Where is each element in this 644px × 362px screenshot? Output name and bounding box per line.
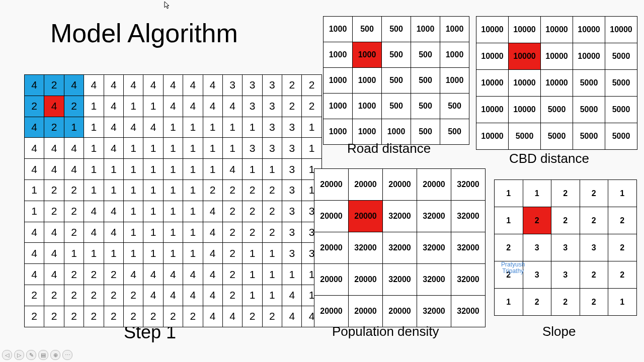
grid-cell: 2 <box>84 306 104 327</box>
grid-cell: 4 <box>203 285 222 306</box>
grid-cell: 4 <box>163 285 183 306</box>
grid-cell: 4 <box>183 264 203 285</box>
grid-cell: 2 <box>163 306 183 327</box>
grid-cell: 4 <box>143 75 163 96</box>
grid-cell: 1 <box>163 117 183 138</box>
grid-cell: 1 <box>243 264 262 285</box>
zoom-button[interactable]: ⊕ <box>50 350 60 360</box>
grid-cell: 20000 <box>383 296 417 327</box>
grid-cell: 1 <box>84 243 104 264</box>
grid-cell: 2 <box>104 285 123 306</box>
grid-cell: 2 <box>243 222 262 243</box>
grid-cell: 1 <box>262 285 282 306</box>
grid-cell: 2 <box>222 285 242 306</box>
grid-cell: 2 <box>608 234 637 261</box>
grid-cell: 4 <box>222 159 242 180</box>
grid-cell: 2 <box>580 180 608 207</box>
grid-cell: 5000 <box>605 123 637 150</box>
grid-cell: 2 <box>44 201 64 222</box>
grid-cell: 1 <box>163 159 183 180</box>
grid-cell: 4 <box>25 159 44 180</box>
pen-tool-button[interactable]: ✎ <box>26 350 36 360</box>
cbd-distance-grid: 1000010000100001000010000100001000010000… <box>476 16 637 150</box>
grid-cell: 1 <box>25 201 44 222</box>
grid-cell: 20000 <box>314 232 349 264</box>
grid-cell: 32000 <box>349 232 383 264</box>
grid-cell: 4 <box>203 222 222 243</box>
grid-cell: 4 <box>183 96 203 117</box>
grid-cell: 3 <box>282 201 302 222</box>
grid-cell: 2 <box>282 96 302 117</box>
grid-cell: 2 <box>608 207 637 234</box>
grid-cell: 4 <box>25 138 44 159</box>
grid-cell: 1 <box>123 243 143 264</box>
grid-cell: 1 <box>84 138 104 159</box>
grid-cell: 1 <box>163 179 183 201</box>
grid-cell: 2 <box>495 261 523 289</box>
grid-cell: 4 <box>203 243 222 264</box>
grid-cell: 1 <box>262 243 282 264</box>
grid-cell: 1 <box>243 243 262 264</box>
grid-cell: 2 <box>262 201 282 222</box>
grid-cell: 5000 <box>509 123 541 150</box>
grid-cell: 1 <box>282 264 302 285</box>
grid-cell: 2 <box>222 222 242 243</box>
grid-cell: 1 <box>183 222 203 243</box>
grid-cell: 500 <box>353 17 382 42</box>
grid-cell: 1 <box>183 243 203 264</box>
grid-cell: 10000 <box>509 97 541 123</box>
grid-cell: 1 <box>84 179 104 201</box>
grid-cell: 10000 <box>509 43 541 70</box>
more-button[interactable]: ⋯ <box>62 350 72 360</box>
prev-slide-button[interactable]: ◁ <box>2 350 12 360</box>
grid-cell: 4 <box>104 117 123 138</box>
grid-cell: 5000 <box>605 70 637 97</box>
grid-cell: 4 <box>25 117 44 138</box>
grid-cell: 1 <box>183 179 203 201</box>
population-density-caption: Population density <box>332 324 439 339</box>
grid-cell: 1 <box>163 243 183 264</box>
grid-cell: 2 <box>222 201 242 222</box>
grid-cell: 1 <box>495 180 523 207</box>
grid-cell: 500 <box>440 94 469 119</box>
next-slide-button[interactable]: ▷ <box>14 350 24 360</box>
grid-cell: 500 <box>382 42 411 68</box>
menu-button[interactable]: ▤ <box>38 350 48 360</box>
grid-cell: 32000 <box>451 296 486 327</box>
grid-cell: 4 <box>203 201 222 222</box>
grid-cell: 3 <box>551 234 580 261</box>
grid-cell: 4 <box>104 96 123 117</box>
grid-cell: 10000 <box>573 17 605 43</box>
grid-cell: 1000 <box>324 68 353 94</box>
grid-cell: 1 <box>143 138 163 159</box>
grid-cell: 4 <box>183 75 203 96</box>
grid-cell: 10000 <box>476 43 509 70</box>
grid-cell: 1 <box>523 180 551 207</box>
grid-cell: 1 <box>143 159 163 180</box>
grid-cell: 2 <box>25 285 44 306</box>
grid-cell: 2 <box>44 285 64 306</box>
grid-cell: 1000 <box>353 42 382 68</box>
grid-cell: 4 <box>44 243 64 264</box>
grid-cell: 3 <box>282 243 302 264</box>
mouse-cursor-icon <box>164 1 170 9</box>
grid-cell: 4 <box>25 75 44 96</box>
grid-cell: 32000 <box>417 296 451 327</box>
grid-cell: 3 <box>282 179 302 201</box>
grid-cell: 1 <box>163 201 183 222</box>
grid-cell: 10000 <box>476 70 509 97</box>
grid-cell: 32000 <box>451 264 486 296</box>
grid-cell: 2 <box>44 75 64 96</box>
grid-cell: 1 <box>143 243 163 264</box>
grid-cell: 32000 <box>451 232 486 264</box>
grid-cell: 2 <box>262 179 282 201</box>
grid-cell: 2 <box>44 306 64 327</box>
grid-cell: 3 <box>262 117 282 138</box>
grid-cell: 2 <box>64 264 84 285</box>
grid-cell: 1000 <box>353 68 382 94</box>
grid-cell: 1 <box>262 159 282 180</box>
grid-cell: 3 <box>523 261 551 289</box>
grid-cell: 2 <box>282 75 302 96</box>
grid-cell: 1 <box>104 179 123 201</box>
grid-cell: 4 <box>25 222 44 243</box>
